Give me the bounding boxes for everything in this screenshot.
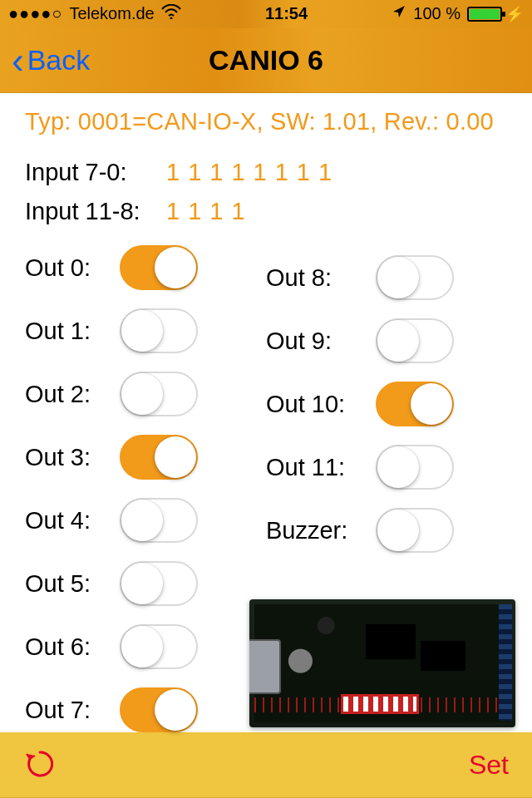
toggle-knob — [121, 310, 163, 352]
output-label: Out 4: — [25, 507, 113, 534]
set-button[interactable]: Set — [469, 750, 509, 781]
toggle-knob — [121, 563, 163, 604]
output-row: Out 3: — [25, 435, 266, 480]
input-7-0-label: Input 7-0: — [25, 159, 166, 186]
input-11-8-bits: 1111 — [166, 198, 254, 225]
output-row: Out 6: — [25, 624, 266, 669]
wifi-icon — [161, 4, 181, 23]
output-label: Out 2: — [25, 381, 113, 408]
output-label: Out 1: — [25, 318, 113, 345]
output-label: Out 6: — [25, 633, 113, 661]
output-label: Out 0: — [25, 254, 113, 282]
output-row: Out 4: — [25, 498, 266, 543]
battery-percent: 100 % — [413, 4, 461, 23]
input-11-8-label: Input 11-8: — [25, 198, 166, 225]
output-row: Out 2: — [25, 372, 266, 416]
input-11-8-row: Input 11-8: 1111 — [25, 198, 507, 225]
toggle-knob — [155, 247, 196, 288]
nav-bar: ‹ Back CANIO 6 — [0, 28, 532, 94]
output-toggle[interactable] — [120, 561, 198, 606]
output-label: Out 7: — [25, 697, 113, 724]
output-row: Out 8: — [266, 255, 507, 300]
output-label: Out 10: — [266, 391, 369, 418]
output-row: Out 0: — [25, 245, 266, 290]
output-row: Out 9: — [266, 318, 507, 363]
output-toggle[interactable] — [120, 372, 198, 416]
output-label: Out 11: — [266, 454, 369, 481]
toggle-knob — [377, 320, 419, 362]
device-board-image — [249, 599, 515, 727]
output-toggle[interactable] — [376, 445, 454, 490]
toggle-knob — [155, 436, 196, 478]
output-toggle[interactable] — [376, 382, 454, 426]
toggle-knob — [121, 626, 163, 667]
output-row: Out 1: — [25, 308, 266, 353]
output-toggle[interactable] — [120, 624, 198, 669]
output-label: Out 5: — [25, 570, 113, 598]
outputs-column-left: Out 0:Out 1:Out 2:Out 3:Out 4:Out 5:Out … — [25, 245, 266, 732]
battery-icon: ⚡ — [467, 7, 524, 22]
output-row: Buzzer: — [266, 508, 507, 553]
output-row: Out 7: — [25, 687, 266, 732]
toggle-knob — [377, 510, 419, 551]
content: Typ: 0001=CAN-IO-X, SW: 1.01, Rev.: 0.00… — [0, 93, 532, 732]
clock: 11:54 — [265, 4, 308, 23]
output-label: Out 9: — [266, 328, 369, 355]
toggle-knob — [411, 383, 452, 425]
toggle-knob — [377, 446, 419, 488]
output-toggle[interactable] — [376, 318, 454, 363]
device-info: Typ: 0001=CAN-IO-X, SW: 1.01, Rev.: 0.00 — [25, 108, 507, 135]
input-7-0-row: Input 7-0: 11111111 — [25, 159, 507, 186]
signal-strength-icon: ●●●●○ — [8, 4, 62, 23]
back-label: Back — [27, 44, 91, 76]
back-button[interactable]: ‹ Back — [12, 42, 90, 79]
output-toggle[interactable] — [120, 435, 198, 480]
output-row: Out 10: — [266, 382, 507, 426]
toggle-knob — [155, 689, 196, 731]
output-label: Out 3: — [25, 444, 113, 471]
status-bar: ●●●●○ Telekom.de 11:54 100 % ⚡ — [0, 0, 532, 28]
toggle-knob — [377, 257, 419, 298]
input-7-0-bits: 11111111 — [166, 159, 340, 186]
refresh-button[interactable] — [23, 747, 57, 784]
output-toggle[interactable] — [376, 255, 454, 300]
output-toggle[interactable] — [120, 687, 198, 732]
output-row: Out 5: — [25, 561, 266, 606]
toolbar: Set — [0, 732, 532, 798]
output-toggle[interactable] — [120, 245, 198, 290]
svg-point-0 — [170, 17, 172, 20]
output-label: Out 8: — [266, 264, 369, 292]
output-row: Out 11: — [266, 445, 507, 490]
output-toggle[interactable] — [120, 308, 198, 353]
toggle-knob — [121, 373, 163, 415]
output-label: Buzzer: — [266, 517, 369, 544]
chevron-left-icon: ‹ — [12, 42, 24, 79]
carrier-label: Telekom.de — [69, 4, 154, 23]
output-toggle[interactable] — [376, 508, 454, 553]
toggle-knob — [121, 500, 163, 541]
location-icon — [392, 4, 406, 23]
output-toggle[interactable] — [120, 498, 198, 543]
